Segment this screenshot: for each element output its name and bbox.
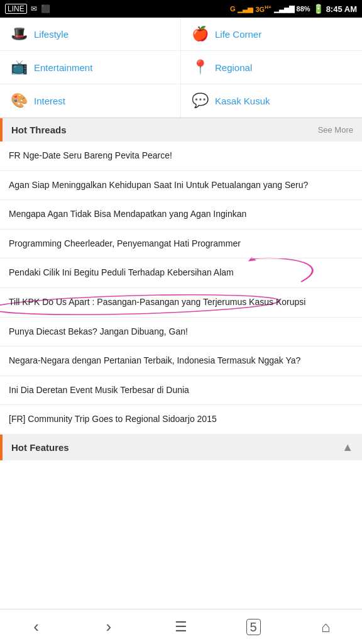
category-regional[interactable]: 📍 Regional [181, 51, 362, 84]
thread-item-2[interactable]: Agan Siap Meninggalkan Kehidupan Saat In… [0, 171, 362, 201]
tabs-icon: 5 [246, 619, 261, 635]
network-3g-icon: 3GH+ [255, 4, 271, 13]
bottom-navigation: ‹ › ☰ 5 ⌂ [0, 609, 362, 644]
thread-item-7-diecast[interactable]: Punya Diecast Bekas? Jangan Dibuang, Gan… [0, 318, 362, 347]
forward-button[interactable]: › [93, 611, 124, 643]
category-interest[interactable]: 🎨 Interest [0, 84, 181, 118]
tabs-button[interactable]: 5 [238, 611, 269, 643]
thread-item-5[interactable]: Pendaki Cilik Ini Begitu Peduli Terhadap… [0, 258, 362, 288]
lifestyle-label: Lifestyle [34, 29, 69, 40]
category-lifecorner[interactable]: 🍎 Life Corner [181, 18, 362, 51]
thread-item-4[interactable]: Programming Cheerleader, Penyemangat Hat… [0, 230, 362, 259]
clock: 8:45 AM [326, 4, 357, 14]
interest-label: Interest [34, 96, 65, 106]
signal-bars-2: ▁▃▅▇ [274, 5, 294, 13]
hot-features-header: Hot Features ▲ [0, 435, 362, 460]
back-button[interactable]: ‹ [21, 611, 52, 643]
battery-icon: 88% [297, 5, 310, 13]
see-more-button[interactable]: See More [318, 125, 353, 135]
thread-item-8[interactable]: Negara-Negara dengan Pertanian Terbaik, … [0, 347, 362, 376]
category-grid: 🎩 Lifestyle 🍎 Life Corner 📺 Entertainmen… [0, 18, 362, 118]
thread-item-3[interactable]: Mengapa Agan Tidak Bisa Mendapatkan yang… [0, 200, 362, 230]
hot-threads-header: Hot Threads See More [0, 118, 362, 142]
category-entertainment[interactable]: 📺 Entertainment [0, 51, 181, 84]
thread-item-9[interactable]: Ini Dia Deretan Event Musik Terbesar di … [0, 376, 362, 406]
back-icon: ‹ [33, 617, 39, 636]
status-left-icons: LINE ✉ ⬛ [5, 4, 50, 14]
lifecorner-label: Life Corner [215, 29, 261, 40]
entertainment-icon: 📺 [10, 58, 28, 76]
hot-features-title: Hot Features [11, 442, 69, 453]
bb-icon: ⬛ [41, 4, 50, 13]
regional-label: Regional [215, 62, 252, 73]
lifecorner-icon: 🍎 [191, 25, 209, 43]
line-icon: LINE [5, 4, 27, 14]
interest-icon: 🎨 [10, 92, 28, 109]
regional-icon: 📍 [191, 58, 209, 76]
thread-item-6[interactable]: Till KPK Do Us Apart : Pasangan-Pasangan… [0, 288, 362, 318]
kasakkusuk-icon: 💬 [191, 92, 209, 109]
hot-threads-title: Hot Threads [11, 125, 67, 135]
thread-item-10[interactable]: [FR] Community Trip Goes to Regional Sid… [0, 405, 362, 435]
forward-icon: › [106, 617, 111, 636]
thread-item-1[interactable]: FR Nge-Date Seru Bareng Pevita Pearce! [0, 142, 362, 171]
entertainment-label: Entertainment [34, 62, 92, 73]
signal-bars: ▁▃▅ [238, 5, 253, 13]
kasakkusuk-label: Kasak Kusuk [215, 96, 270, 106]
thread-list: FR Nge-Date Seru Bareng Pevita Pearce! A… [0, 142, 362, 435]
network-g-icon: G [230, 5, 236, 13]
status-bar: LINE ✉ ⬛ G ▁▃▅ 3GH+ ▁▃▅▇ 88% 🔋 8:45 AM [0, 0, 362, 18]
battery-visual: 🔋 [313, 4, 324, 14]
home-button[interactable]: ⌂ [310, 611, 341, 643]
scroll-up-button[interactable]: ▲ [342, 441, 353, 454]
home-icon: ⌂ [321, 618, 331, 636]
menu-button[interactable]: ☰ [165, 611, 197, 643]
mail-icon: ✉ [31, 4, 37, 13]
category-lifestyle[interactable]: 🎩 Lifestyle [0, 18, 181, 51]
status-right-info: G ▁▃▅ 3GH+ ▁▃▅▇ 88% 🔋 8:45 AM [230, 4, 357, 14]
lifestyle-icon: 🎩 [10, 25, 28, 43]
category-kasakkusuk[interactable]: 💬 Kasak Kusuk [181, 84, 362, 118]
hamburger-icon: ☰ [175, 619, 187, 635]
